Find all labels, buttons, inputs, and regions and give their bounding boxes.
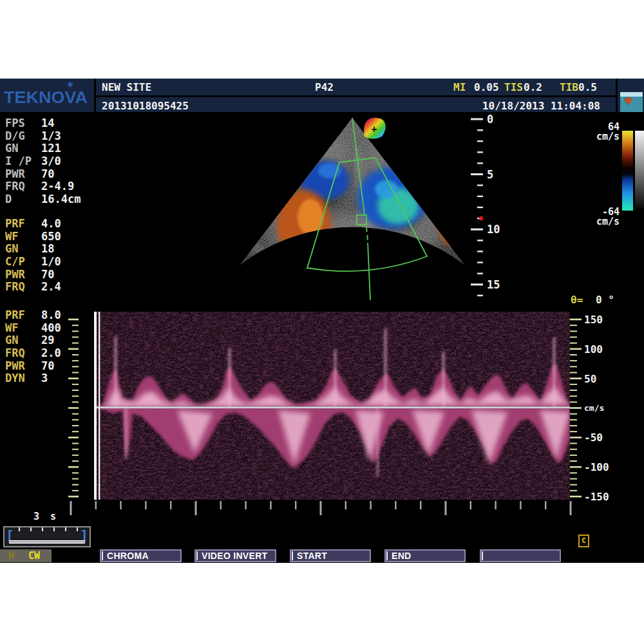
softkey-video-invert[interactable]: VIDEO INVERT	[194, 549, 276, 562]
mode-h[interactable]: H	[8, 549, 14, 562]
depth-label: 5	[487, 168, 493, 181]
softkey-start[interactable]: START	[290, 549, 371, 562]
velocity-label: -150	[584, 491, 609, 503]
cine-scrollbar[interactable]: [ ]	[3, 526, 91, 547]
velocity-label: -50	[584, 431, 603, 444]
cine-clip-icon[interactable]: C	[578, 535, 589, 547]
colorbar-min-label: -64cm/s	[590, 207, 620, 227]
softkey-end[interactable]: END	[384, 549, 466, 562]
velocity-label: 150	[584, 314, 603, 326]
colorbar-max-label: 64cm/s	[590, 122, 620, 142]
depth-label: 10	[487, 223, 500, 236]
mode-cw[interactable]: CW	[28, 549, 40, 562]
mode-indicator-bar[interactable]: H CW	[0, 549, 52, 562]
theta-label: θ=	[571, 294, 583, 306]
sweep-speed-label: 3 s	[33, 511, 59, 522]
softkey-chroma[interactable]: CHROMA	[100, 549, 182, 562]
color-flow-scale-bar	[622, 131, 633, 211]
depth-label: 0	[487, 113, 493, 126]
velocity-label: 100	[584, 343, 603, 355]
depth-ruler	[471, 119, 483, 296]
grayscale-bar	[635, 131, 644, 208]
cine-position-line	[9, 540, 85, 544]
orientation-marker-icon: +	[364, 118, 386, 139]
time-axis-ticks	[71, 501, 571, 515]
svg-text:+: +	[371, 124, 377, 135]
cine-clip-letter: C	[582, 536, 586, 545]
angle-readout: θ= 0 °	[571, 294, 614, 306]
sweep-start-line	[94, 312, 97, 500]
velocity-label: -100	[584, 461, 609, 473]
sweep-start-line	[99, 312, 100, 500]
softkey-empty[interactable]	[480, 549, 561, 562]
spectral-doppler-display	[94, 312, 570, 500]
spectral-baseline	[94, 407, 570, 409]
depth-label: 15	[487, 278, 500, 291]
focus-marker	[479, 216, 483, 220]
cine-ticks	[8, 527, 86, 531]
display-graphics: +	[0, 79, 644, 563]
page: TEKNOVA ★ NEW SITE P42 MI 0.05 TIS 0.2 T…	[0, 0, 644, 644]
velocity-label: 50	[584, 373, 596, 385]
velocity-ruler-left	[68, 319, 79, 497]
velocity-label: cm/s	[584, 403, 604, 413]
ultrasound-screen: TEKNOVA ★ NEW SITE P42 MI 0.05 TIS 0.2 T…	[0, 79, 644, 563]
velocity-ruler-right	[570, 319, 582, 497]
theta-value: 0 °	[596, 294, 614, 306]
